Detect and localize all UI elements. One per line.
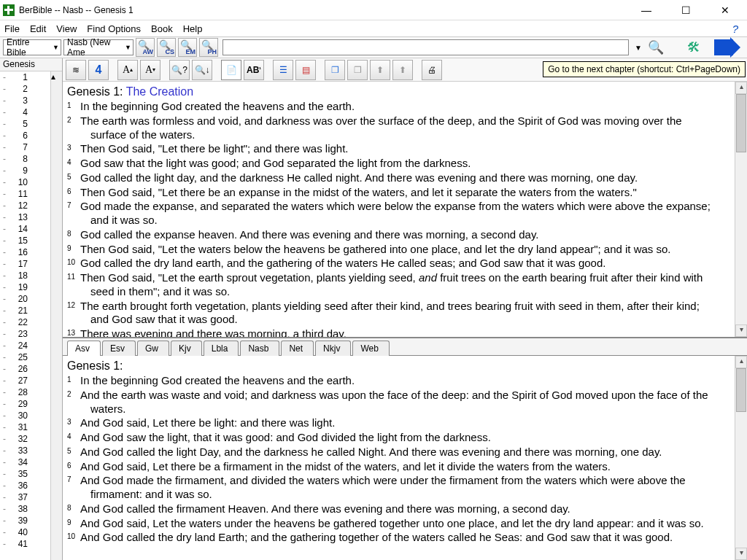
chapter-item[interactable]: -4 <box>0 106 50 118</box>
chapter-item[interactable]: -25 <box>0 351 50 363</box>
chapter-item[interactable]: -5 <box>0 118 50 130</box>
copy-button[interactable]: ❐ <box>325 60 345 80</box>
lower-scrollbar[interactable]: ▴ ▾ <box>735 356 747 560</box>
chapter-item[interactable]: -23 <box>0 328 50 340</box>
menu-view[interactable]: View <box>56 23 77 34</box>
chapter-item[interactable]: -41 <box>0 538 50 550</box>
chapter-item[interactable]: -40 <box>0 526 50 538</box>
chapter-item[interactable]: -27 <box>0 375 50 386</box>
chapter-item[interactable]: -13 <box>0 211 50 223</box>
menu-help[interactable]: Help <box>183 23 203 34</box>
chapter-item[interactable]: -18 <box>0 270 50 281</box>
next-chapter-button[interactable] <box>714 39 733 55</box>
minimize-button[interactable]: — <box>633 3 659 18</box>
chapter-item[interactable]: -29 <box>0 398 50 410</box>
chapter-item[interactable]: -37 <box>0 491 50 503</box>
help-icon[interactable]: ? <box>732 23 743 35</box>
page-red-button[interactable]: ▤ <box>295 60 316 80</box>
search-ph-button[interactable]: 🔍PH <box>199 38 218 57</box>
tab-nkjv[interactable]: Nkjv <box>315 341 351 356</box>
search-aw-button[interactable]: 🔍AW <box>136 38 155 57</box>
chapter-item[interactable]: -15 <box>0 235 50 246</box>
find-button[interactable]: 🔍? <box>169 60 190 80</box>
font-decrease-button[interactable]: A▾ <box>140 60 160 80</box>
version-combo[interactable]: Nasb (New Ame▼ <box>63 39 133 55</box>
chapter-sidebar: Genesis -1-2-3-4-5-6-7-8-9-10-11-12-13-1… <box>0 58 63 560</box>
menu-file[interactable]: File <box>4 23 20 34</box>
chapter-item[interactable]: -10 <box>0 176 50 188</box>
upper-text-pane[interactable]: Genesis 1: The Creation1In the beginning… <box>63 82 735 337</box>
chapter-item[interactable]: -2 <box>0 83 50 95</box>
chapter-item[interactable]: -16 <box>0 246 50 258</box>
titlebar: BerBible -- Nasb -- Genesis 1 — ☐ ✕ <box>0 0 747 20</box>
chapter-item[interactable]: -21 <box>0 305 50 316</box>
tab-net[interactable]: Net <box>281 341 314 356</box>
chapter-item[interactable]: -9 <box>0 165 50 176</box>
menubar: File Edit View Find Options Book Help ? <box>0 20 747 36</box>
tab-kjv[interactable]: Kjv <box>171 341 202 356</box>
tools-icon[interactable]: 🛠 <box>684 37 704 58</box>
menu-find-options[interactable]: Find Options <box>87 23 141 34</box>
chapter-item[interactable]: -19 <box>0 281 50 293</box>
nav-back-button[interactable]: ⬆ <box>370 60 390 80</box>
chapter-item[interactable]: -1 <box>0 71 50 83</box>
chapter-item[interactable]: -7 <box>0 141 50 153</box>
find-next-button[interactable]: 🔍↓ <box>192 60 212 80</box>
chapter-item[interactable]: -11 <box>0 188 50 200</box>
chapter-item[interactable]: -26 <box>0 363 50 375</box>
font-increase-button[interactable]: A▴ <box>117 60 138 80</box>
maximize-button[interactable]: ☐ <box>673 3 699 18</box>
search-em-button[interactable]: 🔍EM <box>178 38 197 57</box>
chapter-item[interactable]: -22 <box>0 316 50 328</box>
view-toolbar: ≋ 4 A▴ A▾ 🔍? 🔍↓ 📄 AB¹ ☰ ▤ ❐ ❐ ⬆ ⬆ 🖨 Go t… <box>63 58 747 82</box>
chapter-item[interactable]: -6 <box>0 130 50 141</box>
scope-combo[interactable]: Entire Bible▼ <box>3 39 61 55</box>
list-button[interactable]: ☰ <box>273 60 293 80</box>
tab-gw[interactable]: Gw <box>137 341 169 356</box>
parallel-view-button[interactable]: ≋ <box>66 60 86 80</box>
main-toolbar: Entire Bible▼ Nasb (New Ame▼ 🔍AW 🔍CS 🔍EM… <box>0 36 747 58</box>
chapter-item[interactable]: -8 <box>0 153 50 165</box>
search-dropdown-icon[interactable]: ▼ <box>635 44 642 52</box>
chapter-item[interactable]: -33 <box>0 445 50 456</box>
chapter-item[interactable]: -24 <box>0 340 50 351</box>
chapter-item[interactable]: -14 <box>0 223 50 235</box>
highlight-button[interactable]: AB¹ <box>244 60 264 80</box>
chapter-item[interactable]: -35 <box>0 468 50 480</box>
tab-web[interactable]: Web <box>352 341 389 356</box>
chapter-item[interactable]: -20 <box>0 293 50 305</box>
four-view-button[interactable]: 4 <box>88 60 109 80</box>
tab-lbla[interactable]: Lbla <box>204 341 239 356</box>
search-input[interactable] <box>222 39 629 55</box>
chapter-item[interactable]: -36 <box>0 480 50 491</box>
chapter-item[interactable]: -34 <box>0 456 50 468</box>
app-icon <box>3 4 15 16</box>
search-cs-button[interactable]: 🔍CS <box>157 38 176 57</box>
chapter-item[interactable]: -32 <box>0 433 50 445</box>
notes-button[interactable]: 📄 <box>221 60 241 80</box>
chapter-item[interactable]: -39 <box>0 515 50 526</box>
upper-scrollbar[interactable]: ▴ ▾ <box>735 82 747 337</box>
tab-nasb[interactable]: Nasb <box>240 341 279 356</box>
chapter-item[interactable]: -28 <box>0 386 50 398</box>
close-button[interactable]: ✕ <box>712 3 738 18</box>
print-button[interactable]: 🖨 <box>422 60 442 80</box>
chapter-item[interactable]: -31 <box>0 421 50 433</box>
search-icon[interactable]: 🔍 <box>646 37 666 58</box>
lower-text-pane[interactable]: Genesis 1:1In the beginning God created … <box>63 356 735 560</box>
tab-asv[interactable]: Asv <box>67 341 101 356</box>
next-chapter-tooltip: Go to the next chapter (shortcut: Ctrl+P… <box>543 61 746 77</box>
chapter-item[interactable]: -17 <box>0 258 50 270</box>
copy-multi-button[interactable]: ❐ <box>347 60 368 80</box>
tab-esv[interactable]: Esv <box>102 341 136 356</box>
chapter-list[interactable]: -1-2-3-4-5-6-7-8-9-10-11-12-13-14-15-16-… <box>0 71 50 560</box>
version-tabs: AsvEsvGwKjvLblaNasbNetNkjvWeb <box>63 338 747 356</box>
chapter-item[interactable]: -12 <box>0 200 50 211</box>
menu-edit[interactable]: Edit <box>30 23 46 34</box>
menu-book[interactable]: Book <box>151 23 173 34</box>
sidebar-scrollbar[interactable]: ▴ <box>50 71 62 560</box>
chapter-item[interactable]: -38 <box>0 503 50 515</box>
chapter-item[interactable]: -3 <box>0 95 50 106</box>
nav-fwd-button[interactable]: ⬆ <box>392 60 413 80</box>
chapter-item[interactable]: -30 <box>0 410 50 421</box>
